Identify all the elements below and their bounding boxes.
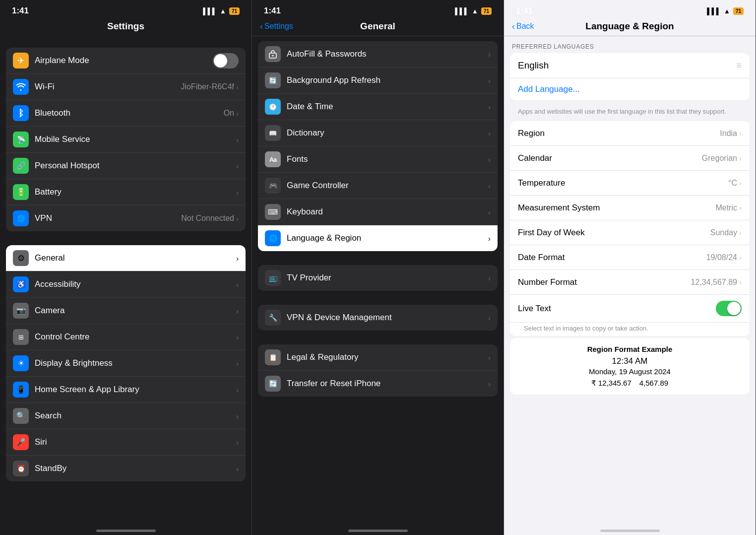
row-date-format[interactable]: Date Format 19/08/24 › (510, 245, 750, 270)
row-standby[interactable]: ⏰ StandBy › (6, 456, 246, 481)
mobile-service-label: Mobile Service (35, 134, 236, 144)
row-calendar[interactable]: Calendar Gregorian › (510, 146, 750, 171)
calendar-label: Calendar (518, 153, 702, 163)
row-tv-provider[interactable]: 📺 TV Provider › (258, 265, 498, 291)
row-transfer-reset[interactable]: 🔄 Transfer or Reset iPhone › (258, 371, 498, 397)
home-screen-label: Home Screen & App Library (35, 385, 236, 395)
row-dictionary[interactable]: 📖 Dictionary › (258, 120, 498, 146)
reorder-icon[interactable]: ≡ (736, 61, 742, 71)
home-bar-2 (348, 530, 408, 532)
row-siri[interactable]: 🎤 Siri › (6, 429, 246, 456)
status-icons-2: ▌▌▌ ▲ 71 (455, 7, 492, 15)
region-format-example: Region Format Example 12:34 AM Monday, 1… (510, 338, 750, 395)
date-format-chevron: › (739, 253, 742, 262)
fonts-chevron: › (488, 155, 491, 164)
languages-group: English ≡ Add Language... (510, 53, 750, 100)
row-control-centre[interactable]: ⊞ Control Centre › (6, 324, 246, 350)
row-date-time[interactable]: 🕐 Date & Time › (258, 94, 498, 120)
date-time-label: Date & Time (287, 102, 488, 112)
row-temperature[interactable]: Temperature °C › (510, 171, 750, 196)
control-centre-label: Control Centre (35, 332, 236, 342)
keyboard-label: Keyboard (287, 207, 488, 217)
airplane-toggle[interactable] (213, 53, 239, 68)
row-accessibility[interactable]: ♿ Accessibility › (6, 271, 246, 298)
row-home-screen[interactable]: 📱 Home Screen & App Library › (6, 377, 246, 403)
row-general[interactable]: ⚙ General › (6, 245, 246, 271)
fonts-label: Fonts (287, 154, 488, 164)
live-text-toggle[interactable] (716, 301, 742, 316)
vpn-chevron: › (236, 214, 239, 223)
autofill-label: AutoFill & Passwords (287, 49, 488, 59)
number-format-label: Number Format (518, 277, 691, 287)
row-personal-hotspot[interactable]: 🔗 Personal Hotspot › (6, 153, 246, 179)
row-airplane-mode[interactable]: ✈ Airplane Mode (6, 48, 246, 74)
general-panel: 1:41 ▌▌▌ ▲ 71 ‹ Settings General (252, 0, 504, 535)
region-number-2: 4,567.89 (639, 379, 668, 388)
row-fonts[interactable]: Aa Fonts › (258, 146, 498, 173)
search-row-icon: 🔍 (13, 408, 29, 424)
row-game-controller[interactable]: 🎮 Game Controller › (258, 173, 498, 199)
display-chevron: › (236, 359, 239, 368)
standby-label: StandBy (35, 464, 236, 473)
row-wifi[interactable]: Wi-Fi JioFiber-R6C4f › (6, 74, 246, 100)
row-english[interactable]: English ≡ (510, 53, 750, 78)
wifi-label: Wi-Fi (35, 82, 181, 92)
date-format-value: 19/08/24 (706, 253, 737, 262)
row-keyboard[interactable]: ⌨ Keyboard › (258, 199, 498, 225)
status-icons-3: ▌▌▌ ▲ 71 (707, 7, 744, 15)
row-background-refresh[interactable]: 🔄 Background App Refresh › (258, 67, 498, 94)
general-third-group: 🔧 VPN & Device Management › (258, 305, 498, 331)
accessibility-icon: ♿ (13, 276, 29, 292)
add-language-button[interactable]: Add Language... (518, 84, 580, 94)
legal-chevron: › (488, 353, 491, 362)
time-3: 1:41 (516, 6, 533, 16)
row-mobile-service[interactable]: 📡 Mobile Service › (6, 127, 246, 153)
row-vpn[interactable]: 🌐 VPN Not Connected › (6, 205, 246, 231)
home-bar-3 (600, 530, 660, 532)
transfer-reset-chevron: › (488, 380, 491, 388)
home-screen-icon: 📱 (13, 382, 29, 398)
back-label-3: Back (516, 22, 534, 31)
system-group: ⚙ General › ♿ Accessibility › (6, 245, 246, 481)
add-language-row[interactable]: Add Language... (510, 78, 750, 100)
nav-bar-1: Settings (0, 18, 252, 36)
control-centre-icon: ⊞ (13, 329, 29, 345)
row-vpn-device[interactable]: 🔧 VPN & Device Management › (258, 305, 498, 331)
region-label: Region (518, 129, 720, 138)
battery-badge-3: 71 (733, 7, 744, 15)
signal-icon-2: ▌▌▌ (455, 7, 469, 15)
row-search[interactable]: 🔍 Search › (6, 403, 246, 429)
transfer-reset-icon: 🔄 (265, 376, 281, 392)
row-first-day[interactable]: First Day of Week Sunday › (510, 220, 750, 245)
vpn-row-icon: 🌐 (13, 210, 29, 226)
time-1: 1:41 (12, 6, 29, 16)
standby-icon: ⏰ (13, 461, 29, 476)
general-back-button[interactable]: ‹ Back (512, 21, 534, 32)
row-autofill[interactable]: AutoFill & Passwords › (258, 41, 498, 67)
row-battery[interactable]: 🔋 Battery › (6, 179, 246, 205)
temperature-value: °C (728, 179, 737, 188)
general-label: General (35, 253, 236, 263)
date-time-chevron: › (488, 103, 491, 111)
wifi-icon-3: ▲ (724, 7, 730, 15)
row-camera[interactable]: 📷 Camera › (6, 298, 246, 324)
back-label-2: Settings (264, 22, 293, 31)
mobile-service-chevron: › (236, 135, 239, 144)
settings-back-button[interactable]: ‹ Settings (260, 21, 293, 32)
battery-badge-2: 71 (481, 7, 492, 15)
camera-chevron: › (236, 307, 239, 315)
battery-label: Battery (35, 187, 236, 197)
row-legal[interactable]: 📋 Legal & Regulatory › (258, 344, 498, 371)
row-region[interactable]: Region India › (510, 121, 750, 146)
region-example-time: 12:34 AM (518, 356, 742, 366)
row-display-brightness[interactable]: ☀ Display & Brightness › (6, 350, 246, 377)
game-controller-icon: 🎮 (265, 178, 281, 194)
camera-label: Camera (35, 306, 236, 316)
row-number-format[interactable]: Number Format 12,34,567.89 › (510, 270, 750, 295)
bluetooth-icon: ᛒ (13, 105, 29, 121)
row-bluetooth[interactable]: ᛒ Bluetooth On › (6, 100, 246, 127)
battery-badge-1: 71 (229, 7, 240, 15)
display-icon: ☀ (13, 355, 29, 371)
row-language-region[interactable]: 🌐 Language & Region › (258, 225, 498, 251)
row-measurement[interactable]: Measurement System Metric › (510, 196, 750, 220)
